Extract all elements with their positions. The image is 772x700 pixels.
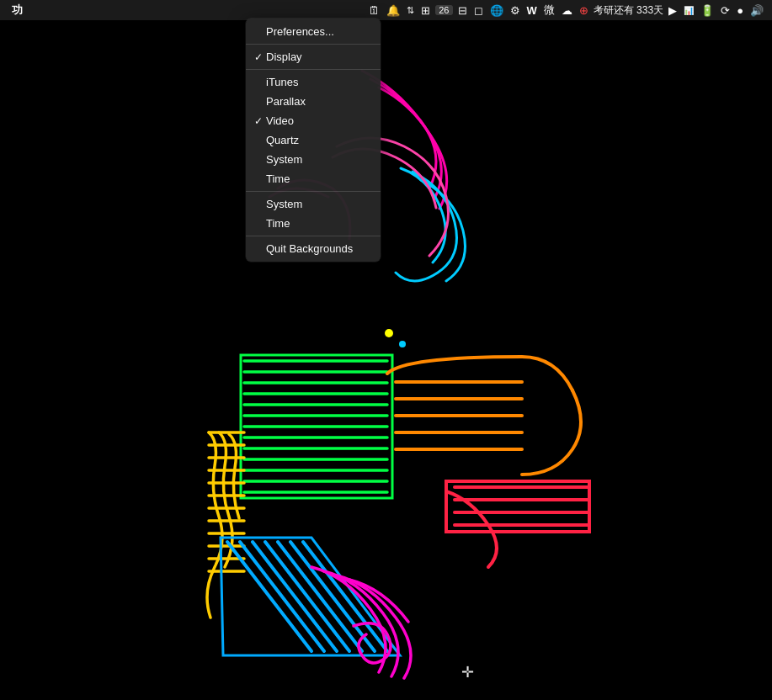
menu-item-parallax[interactable]: Parallax xyxy=(246,92,381,111)
square-icon[interactable]: ◻ xyxy=(472,4,485,17)
play-icon[interactable]: ▶ xyxy=(667,4,679,17)
badge-26: 26 xyxy=(435,5,452,15)
stats-icon[interactable]: 📊 xyxy=(682,6,695,15)
wifi-icon[interactable]: 🌐 xyxy=(488,4,505,17)
menu-item-quit[interactable]: Quit Backgrounds xyxy=(246,239,381,258)
volume-icon[interactable]: 🔊 xyxy=(748,4,765,17)
sync-icon[interactable]: ⟳ xyxy=(719,4,732,17)
svg-point-1 xyxy=(399,341,406,347)
grid-icon[interactable]: ⊞ xyxy=(419,4,432,17)
calendar-icon[interactable]: 🗓 xyxy=(367,4,381,17)
menubar-right: 🗓 🔔 ⇅ ⊞ 26 ⊟ ◻ 🌐 ⚙ W 微 ☁ ⊕ 考研还有 333天 ▶ 📊… xyxy=(367,3,765,18)
display-icon[interactable]: ⊟ xyxy=(456,4,469,17)
check-system2 xyxy=(254,199,266,210)
menu-item-time2[interactable]: Time xyxy=(246,214,381,233)
countdown-text: 考研还有 333天 xyxy=(594,3,663,18)
check-system1 xyxy=(254,154,266,166)
check-video: ✓ xyxy=(254,115,266,127)
background-artwork xyxy=(0,20,772,700)
battery-icon[interactable]: 🔋 xyxy=(699,4,716,17)
wechat-icon[interactable]: 微 xyxy=(542,3,556,18)
check-itunes xyxy=(254,77,266,88)
app-menu[interactable]: 功 xyxy=(7,3,28,18)
red-dot-icon[interactable]: ⊕ xyxy=(578,4,590,17)
check-time2 xyxy=(254,218,266,230)
circle-icon[interactable]: ● xyxy=(735,4,745,17)
arrow-icon[interactable]: ⇅ xyxy=(405,5,416,16)
separator-3 xyxy=(246,191,381,192)
menu-bar: 功 🗓 🔔 ⇅ ⊞ 26 ⊟ ◻ 🌐 ⚙ W 微 ☁ ⊕ 考研还有 333天 ▶… xyxy=(0,0,772,20)
menu-item-system1[interactable]: System xyxy=(246,150,381,169)
separator-1 xyxy=(246,44,381,45)
check-quartz xyxy=(254,135,266,146)
check-quit xyxy=(254,243,266,255)
menu-item-system2[interactable]: System xyxy=(246,194,381,214)
cloud-icon[interactable]: ☁ xyxy=(560,4,574,17)
neon-svg xyxy=(0,20,772,700)
separator-4 xyxy=(246,236,381,236)
menu-item-video[interactable]: ✓ Video xyxy=(246,111,381,130)
gear-icon[interactable]: ⚙ xyxy=(508,4,522,17)
check-parallax xyxy=(254,96,266,108)
menu-item-itunes[interactable]: iTunes xyxy=(246,72,381,92)
menu-item-display[interactable]: ✓ Display xyxy=(246,47,381,66)
check-preferences xyxy=(254,26,266,38)
context-menu: Preferences... ✓ Display iTunes Parallax… xyxy=(246,19,381,262)
check-display: ✓ xyxy=(254,51,266,63)
svg-point-0 xyxy=(385,329,393,337)
check-time1 xyxy=(254,173,266,185)
menu-item-preferences[interactable]: Preferences... xyxy=(246,22,381,41)
notification-icon[interactable]: 🔔 xyxy=(385,4,402,17)
menu-item-time1[interactable]: Time xyxy=(246,169,381,188)
w-icon[interactable]: W xyxy=(525,4,539,17)
menu-item-quartz[interactable]: Quartz xyxy=(246,130,381,150)
separator-2 xyxy=(246,69,381,70)
